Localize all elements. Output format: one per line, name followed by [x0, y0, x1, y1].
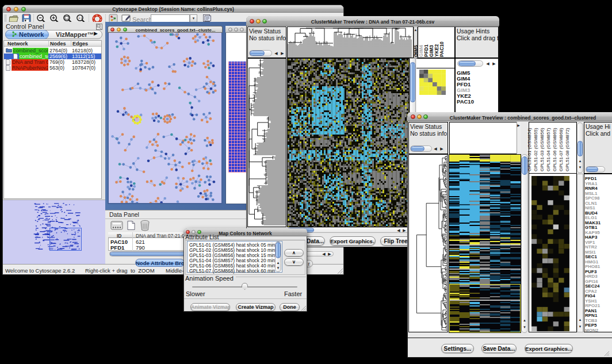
svg-text:1:1: 1:1: [78, 16, 83, 20]
